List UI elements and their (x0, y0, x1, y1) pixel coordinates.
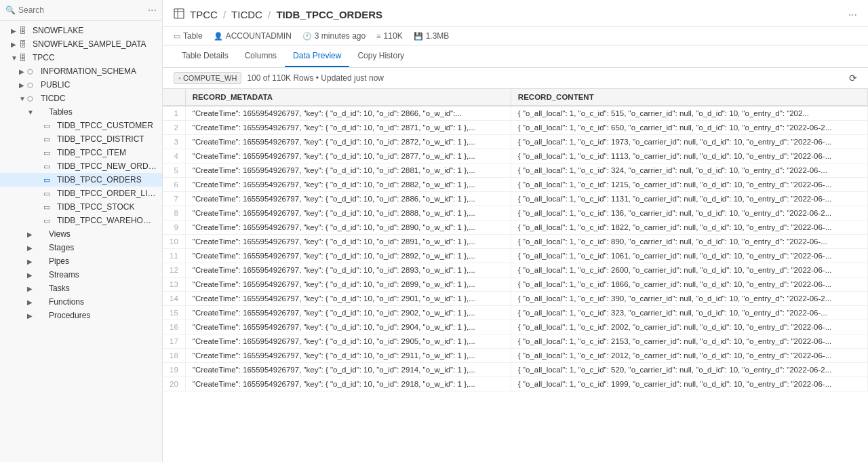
tab-columns[interactable]: Columns (237, 45, 285, 67)
chevron-down-icon: ▼ (27, 109, 35, 116)
sidebar-item-tidb-tpcc-customer[interactable]: ▭ TIDB_TPCC_CUSTOMER (0, 119, 162, 132)
table-row[interactable]: 14 "CreateTime": 1655954926797, "key": {… (163, 292, 868, 306)
cell-record-metadata: "CreateTime": 1655954926797, "key": { "o… (185, 349, 511, 363)
header-more-button[interactable]: ··· (848, 9, 857, 21)
schema-icon: ⬡ (27, 81, 38, 89)
chevron-right-icon: ▶ (27, 285, 35, 292)
chevron-right-icon: ▶ (27, 271, 35, 279)
sidebar-item-tidb-tpcc-item[interactable]: ▭ TIDB_TPCC_ITEM (0, 146, 162, 159)
table-row[interactable]: 2 "CreateTime": 1655954926797, "key": { … (163, 121, 868, 135)
table-row[interactable]: 11 "CreateTime": 1655954926797, "key": {… (163, 249, 868, 263)
table-icon: ▭ (43, 162, 54, 171)
search-input[interactable] (18, 5, 145, 15)
sidebar-item-snowflake[interactable]: ▶ 🗄 SNOWFLAKE (0, 24, 162, 37)
table-row[interactable]: 5 "CreateTime": 1655954926797, "key": { … (163, 163, 868, 178)
table-row[interactable]: 12 "CreateTime": 1655954926797, "key": {… (163, 263, 868, 277)
table-row[interactable]: 10 "CreateTime": 1655954926797, "key": {… (163, 235, 868, 249)
chevron-down-icon: ▼ (11, 54, 19, 62)
size-icon: 💾 (414, 32, 423, 41)
database-icon: 🗄 (19, 26, 30, 35)
table-row[interactable]: 15 "CreateTime": 1655954926797, "key": {… (163, 306, 868, 320)
search-bar[interactable]: 🔍 ··· (0, 0, 162, 21)
refresh-button[interactable]: ⟳ (849, 73, 857, 83)
tab-table-details[interactable]: Table Details (174, 45, 237, 67)
sidebar-item-information-schema[interactable]: ▶ ⬡ INFORMATION_SCHEMA (0, 64, 162, 78)
table-row[interactable]: 4 "CreateTime": 1655954926797, "key": { … (163, 149, 868, 163)
table-row[interactable]: 6 "CreateTime": 1655954926797, "key": { … (163, 178, 868, 192)
meta-type-label: Table (183, 31, 203, 41)
table-header-icon (174, 8, 184, 21)
cell-rownum: 18 (163, 349, 185, 363)
table-row[interactable]: 3 "CreateTime": 1655954926797, "key": { … (163, 135, 868, 149)
cell-record-content: { "o_all_local": 1, "o_c_id": 650, "o_ca… (511, 121, 867, 135)
cell-rownum: 8 (163, 206, 185, 220)
sidebar-item-public[interactable]: ▶ ⬡ PUBLIC (0, 78, 162, 92)
sidebar-item-tables-folder[interactable]: ▼ Tables (0, 105, 162, 119)
chevron-right-icon: ▶ (27, 258, 35, 265)
cell-rownum: 11 (163, 249, 185, 263)
sidebar-item-label: Functions (49, 297, 84, 307)
table-row[interactable]: 9 "CreateTime": 1655954926797, "key": { … (163, 220, 868, 235)
sidebar-item-streams-folder[interactable]: ▶ Streams (0, 268, 162, 282)
table-row[interactable]: 19 "CreateTime": 1655954926797, "key": {… (163, 363, 868, 377)
sidebar-item-tidb-tpcc-order-line[interactable]: ▭ TIDB_TPCC_ORDER_LINE (0, 187, 162, 200)
sidebar-item-views-folder[interactable]: ▶ Views (0, 227, 162, 241)
sidebar-item-tasks-folder[interactable]: ▶ Tasks (0, 282, 162, 295)
breadcrumb-part1: TPCC (190, 9, 218, 20)
meta-bar: ▭ Table 👤 ACCOUNTADMIN 🕐 3 minutes ago ≡… (163, 27, 868, 45)
cell-record-metadata: "CreateTime": 1655954926797, "key": { "o… (185, 292, 511, 306)
table-row[interactable]: 20 "CreateTime": 1655954926797, "key": {… (163, 377, 868, 391)
table-row[interactable]: 1 "CreateTime": 1655954926797, "key": { … (163, 106, 868, 121)
chevron-right-icon: ▶ (11, 27, 19, 35)
data-grid-container[interactable]: RECORD_METADATA RECORD_CONTENT 1 "Create… (163, 89, 868, 462)
warehouse-badge[interactable]: COMPUTE_WH (174, 72, 241, 84)
table-row[interactable]: 8 "CreateTime": 1655954926797, "key": { … (163, 206, 868, 220)
table-row[interactable]: 13 "CreateTime": 1655954926797, "key": {… (163, 277, 868, 292)
sidebar-item-tpcc[interactable]: ▼ 🗄 TPCC (0, 51, 162, 64)
sidebar-item-pipes-folder[interactable]: ▶ Pipes (0, 254, 162, 268)
schema-icon: ⬡ (27, 95, 38, 102)
main-content: TPCC / TICDC / TIDB_TPCC_ORDERS ··· ▭ Ta… (163, 0, 868, 462)
cell-record-metadata: "CreateTime": 1655954926797, "key": { "o… (185, 178, 511, 192)
cell-rownum: 1 (163, 106, 185, 121)
sidebar-item-tidb-tpcc-warehouse[interactable]: ▭ TIDB_TPCC_WAREHOUSE (0, 214, 162, 227)
sidebar-item-label: TIDB_TPCC_ORDERS (57, 175, 142, 185)
cell-rownum: 6 (163, 178, 185, 192)
sidebar-item-tidb-tpcc-orders[interactable]: ▭ TIDB_TPCC_ORDERS (0, 173, 162, 187)
sidebar-item-stages-folder[interactable]: ▶ Stages (0, 241, 162, 254)
cell-record-metadata: "CreateTime": 1655954926797, "key": { "o… (185, 334, 511, 349)
tab-copy-history[interactable]: Copy History (349, 45, 412, 67)
cell-record-content: { "o_all_local": 1, "o_c_id": 1822, "o_c… (511, 220, 867, 235)
sidebar-item-tidb-tpcc-stock[interactable]: ▭ TIDB_TPCC_STOCK (0, 200, 162, 214)
sidebar-item-tidb-tpcc-new-order[interactable]: ▭ TIDB_TPCC_NEW_ORDER (0, 159, 162, 173)
sidebar-item-functions-folder[interactable]: ▶ Functions (0, 295, 162, 309)
cell-rownum: 4 (163, 149, 185, 163)
table-row[interactable]: 17 "CreateTime": 1655954926797, "key": {… (163, 334, 868, 349)
sidebar-item-label: TIDB_TPCC_NEW_ORDER (57, 161, 157, 171)
sidebar-item-ticdc[interactable]: ▼ ⬡ TICDC (0, 92, 162, 105)
database-icon: 🗄 (19, 54, 30, 62)
sidebar-tree: ▶ 🗄 SNOWFLAKE ▶ 🗄 SNOWFLAKE_SAMPLE_DATA … (0, 21, 162, 462)
chevron-right-icon: ▶ (27, 312, 35, 320)
sidebar-item-snowflake-sample[interactable]: ▶ 🗄 SNOWFLAKE_SAMPLE_DATA (0, 37, 162, 51)
cell-record-content: { "o_all_local": 1, "o_c_id": 323, "o_ca… (511, 306, 867, 320)
sidebar-item-label: Pipes (49, 256, 69, 266)
tab-data-preview[interactable]: Data Preview (285, 45, 349, 67)
cell-record-content: { "o_all_local": 1, "o_c_id": 2153, "o_c… (511, 334, 867, 349)
table-row[interactable]: 16 "CreateTime": 1655954926797, "key": {… (163, 320, 868, 334)
table-row[interactable]: 7 "CreateTime": 1655954926797, "key": { … (163, 192, 868, 206)
cell-record-content: { "o_all_local": 1, "o_c_id": 2600, "o_c… (511, 263, 867, 277)
cell-record-metadata: "CreateTime": 1655954926797, "key": { "o… (185, 163, 511, 178)
cell-record-content: { "o_all_local": 1, "o_c_id": 1061, "o_c… (511, 249, 867, 263)
cell-record-metadata: "CreateTime": 1655954926797, "key": { "o… (185, 220, 511, 235)
chevron-right-icon: ▶ (11, 41, 19, 48)
cell-record-content: { "o_all_local": 1, "o_c_id": 890, "o_ca… (511, 235, 867, 249)
sidebar-item-label: SNOWFLAKE (33, 26, 83, 35)
cell-record-content: { "o_all_local": 1, "o_c_id": 1999, "o_c… (511, 377, 867, 391)
breadcrumb-part2: TICDC (231, 9, 262, 20)
sidebar-item-procedures-folder[interactable]: ▶ Procedures (0, 309, 162, 322)
sidebar-item-tidb-tpcc-district[interactable]: ▭ TIDB_TPCC_DISTRICT (0, 132, 162, 146)
chevron-right-icon: ▶ (27, 299, 35, 306)
table-row[interactable]: 18 "CreateTime": 1655954926797, "key": {… (163, 349, 868, 363)
sidebar-more-icon[interactable]: ··· (148, 4, 157, 16)
